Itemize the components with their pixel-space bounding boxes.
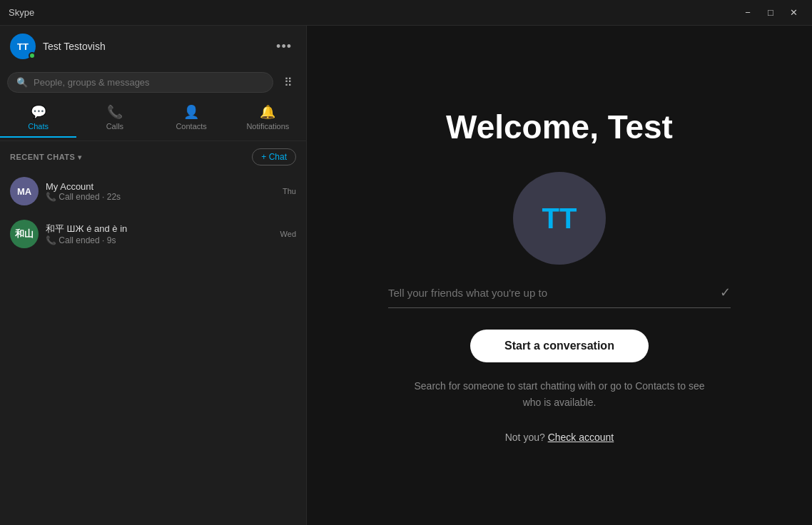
chat-info-ws: 和平 ШЖ é and è in 📞 Call ended · 9s bbox=[46, 223, 273, 245]
maximize-button[interactable]: □ bbox=[761, 5, 781, 21]
profile-name: Test Testovish bbox=[43, 41, 272, 52]
status-input[interactable] bbox=[388, 287, 713, 299]
chat-item-my-account[interactable]: MA My Account 📞 Call ended · 22s Thu bbox=[0, 170, 306, 213]
search-icon: 🔍 bbox=[16, 77, 28, 88]
search-input[interactable] bbox=[34, 77, 264, 88]
chat-preview-ws: 📞 Call ended · 9s bbox=[46, 235, 273, 245]
search-row: 🔍 ⠿ bbox=[0, 67, 306, 97]
chat-name-ws: 和平 ШЖ é and è in bbox=[46, 223, 273, 235]
title-bar: Skype − □ ✕ bbox=[0, 0, 812, 26]
app-body: TT Test Testovish ••• 🔍 ⠿ 💬 Chats 📞 Call… bbox=[0, 26, 812, 525]
search-box[interactable]: 🔍 bbox=[7, 72, 273, 93]
check-account-link[interactable]: Check account bbox=[548, 432, 614, 443]
not-you-text: Not you? Check account bbox=[505, 432, 614, 443]
profile-header: TT Test Testovish ••• bbox=[0, 26, 306, 67]
avatar-initials: TT bbox=[17, 41, 29, 52]
calls-icon: 📞 bbox=[107, 104, 123, 120]
avatar-large: TT bbox=[513, 172, 606, 265]
chat-item-ws[interactable]: 和山 和平 ШЖ é and è in 📞 Call ended · 9s We… bbox=[0, 213, 306, 255]
online-status-dot bbox=[29, 52, 36, 59]
recent-chats-header: RECENT CHATS ▾ + Chat bbox=[0, 141, 306, 170]
tab-chats[interactable]: 💬 Chats bbox=[0, 100, 76, 138]
more-options-button[interactable]: ••• bbox=[272, 36, 296, 57]
new-chat-button[interactable]: + Chat bbox=[252, 148, 296, 165]
tab-chats-label: Chats bbox=[28, 122, 49, 131]
chat-avatar-ws: 和山 bbox=[10, 220, 39, 248]
grid-menu-button[interactable]: ⠿ bbox=[278, 71, 299, 93]
tab-notifications[interactable]: 🔔 Notifications bbox=[230, 100, 306, 138]
tab-calls-label: Calls bbox=[106, 122, 123, 131]
notifications-icon: 🔔 bbox=[260, 104, 275, 120]
checkmark-icon[interactable]: ✓ bbox=[720, 285, 731, 300]
chat-time-my-account: Thu bbox=[283, 187, 296, 195]
close-button[interactable]: ✕ bbox=[783, 5, 803, 21]
app-title: Skype bbox=[9, 7, 738, 18]
chat-info-my-account: My Account 📞 Call ended · 22s bbox=[46, 181, 275, 202]
status-input-row: ✓ bbox=[388, 285, 731, 308]
tab-calls[interactable]: 📞 Calls bbox=[76, 100, 153, 138]
nav-tabs: 💬 Chats 📞 Calls 👤 Contacts 🔔 Notificatio… bbox=[0, 97, 306, 141]
contacts-icon: 👤 bbox=[183, 104, 199, 120]
avatar: TT bbox=[10, 34, 36, 59]
chats-icon: 💬 bbox=[31, 104, 46, 120]
chat-name-my-account: My Account bbox=[46, 181, 275, 192]
tab-contacts[interactable]: 👤 Contacts bbox=[153, 100, 230, 138]
window-controls: − □ ✕ bbox=[738, 5, 803, 21]
tab-contacts-label: Contacts bbox=[176, 122, 206, 131]
tab-notifications-label: Notifications bbox=[246, 122, 289, 131]
chevron-down-icon: ▾ bbox=[78, 153, 82, 161]
chat-list: MA My Account 📞 Call ended · 22s Thu 和山 … bbox=[0, 170, 306, 525]
minimize-button[interactable]: − bbox=[738, 5, 758, 21]
welcome-title: Welcome, Test bbox=[446, 108, 673, 146]
avatar-large-wrap: TT bbox=[513, 172, 606, 265]
chat-avatar-my-account: MA bbox=[10, 177, 39, 205]
sidebar: TT Test Testovish ••• 🔍 ⠿ 💬 Chats 📞 Call… bbox=[0, 26, 307, 525]
recent-chats-label[interactable]: RECENT CHATS ▾ bbox=[10, 153, 82, 161]
avatar-large-initials: TT bbox=[542, 203, 577, 235]
chat-preview-my-account: 📞 Call ended · 22s bbox=[46, 192, 275, 202]
start-conversation-button[interactable]: Start a conversation bbox=[470, 330, 649, 362]
sub-text: Search for someone to start chatting wit… bbox=[410, 378, 709, 410]
main-panel: Welcome, Test TT ✓ Start a conversation … bbox=[307, 26, 812, 525]
chat-time-ws: Wed bbox=[280, 230, 296, 238]
